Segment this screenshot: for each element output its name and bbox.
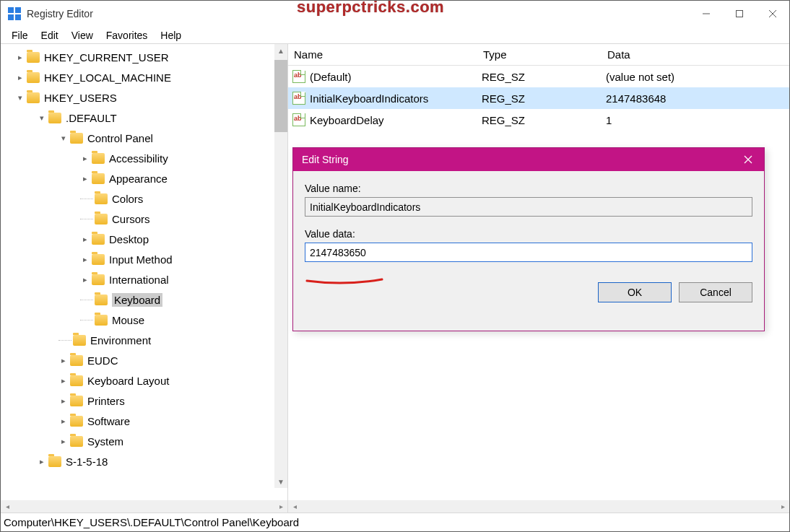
chevron-right-icon[interactable]: ▸ — [15, 72, 25, 82]
folder-icon — [48, 113, 61, 123]
dialog-close-button[interactable] — [732, 148, 764, 171]
string-value-icon: ab — [292, 70, 305, 83]
string-value-icon: ab — [292, 113, 305, 126]
app-title: Registry Editor — [27, 8, 93, 19]
svg-point-4 — [17, 7, 19, 10]
chevron-right-icon[interactable]: ▸ — [58, 396, 69, 406]
value-data-label: Value data: — [305, 228, 752, 240]
chevron-right-icon[interactable]: ▸ — [37, 456, 47, 466]
folder-icon — [48, 456, 61, 467]
value-data: 2147483648 — [606, 92, 789, 105]
tree-node[interactable]: Appearance — [109, 173, 168, 185]
tree-node[interactable]: Software — [87, 415, 130, 427]
folder-icon — [92, 254, 105, 265]
tree-node-control-panel[interactable]: Control Panel — [87, 132, 153, 144]
menu-help[interactable]: Help — [154, 28, 188, 43]
tree-connector — [80, 320, 93, 320]
scroll-right-arrow[interactable]: ▸ — [776, 500, 789, 513]
tree-connector — [80, 199, 93, 199]
scroll-left-arrow[interactable]: ◂ — [288, 500, 301, 513]
svg-rect-3 — [15, 14, 21, 20]
folder-icon — [70, 375, 83, 386]
tree-node-hklm[interactable]: HKEY_LOCAL_MACHINE — [44, 71, 171, 84]
tree-node[interactable]: International — [109, 274, 169, 286]
value-name: InitialKeyboardIndicators — [310, 92, 482, 105]
folder-icon — [27, 52, 40, 63]
tree-node-default[interactable]: .DEFAULT — [66, 112, 117, 124]
chevron-down-icon[interactable]: ▾ — [58, 133, 69, 143]
tree-horizontal-scrollbar[interactable]: ◂ ▸ — [1, 500, 287, 513]
string-value-icon: ab — [292, 92, 305, 105]
chevron-right-icon[interactable]: ▸ — [80, 234, 90, 244]
chevron-right-icon[interactable]: ▸ — [58, 416, 69, 426]
scroll-left-arrow[interactable]: ◂ — [1, 500, 14, 513]
column-header-name[interactable]: Name — [288, 48, 477, 61]
tree-node[interactable]: Cursors — [112, 213, 150, 225]
chevron-right-icon[interactable]: ▸ — [80, 274, 90, 284]
tree-node[interactable]: Colors — [112, 193, 143, 205]
tree-node[interactable]: Printers — [87, 395, 125, 407]
chevron-right-icon[interactable]: ▸ — [58, 436, 69, 446]
scroll-right-arrow[interactable]: ▸ — [274, 500, 287, 513]
chevron-right-icon[interactable]: ▸ — [80, 254, 90, 264]
value-name-label: Value name: — [305, 183, 752, 194]
cancel-button[interactable]: Cancel — [679, 282, 752, 302]
list-row[interactable]: ab KeyboardDelay REG_SZ 1 — [288, 109, 789, 131]
value-data-input[interactable] — [305, 243, 752, 262]
edit-string-dialog: Edit String Value name: Value data: OK C… — [292, 147, 765, 331]
menu-favorites[interactable]: Favorites — [100, 28, 155, 43]
tree-node[interactable]: Desktop — [109, 233, 149, 245]
chevron-right-icon[interactable]: ▸ — [80, 173, 90, 183]
watermark-text: superpctricks.com — [297, 0, 444, 17]
tree-connector — [80, 300, 93, 300]
dialog-titlebar: Edit String — [293, 148, 764, 171]
dialog-body: Value name: Value data: OK Cancel — [293, 171, 764, 313]
chevron-right-icon[interactable]: ▸ — [58, 355, 69, 365]
value-data: 1 — [606, 114, 789, 126]
registry-tree[interactable]: ▲ ▼ ▸HKEY_CURRENT_USER ▸HKEY_LOCAL_MACHI… — [1, 44, 287, 500]
tree-node-hkcu[interactable]: HKEY_CURRENT_USER — [44, 51, 169, 64]
tree-node-hku[interactable]: HKEY_USERS — [44, 92, 117, 104]
minimize-button[interactable] — [690, 3, 723, 25]
value-name-input[interactable] — [305, 197, 752, 217]
list-header: Name Type Data — [288, 44, 789, 66]
menu-file[interactable]: File — [5, 28, 35, 43]
chevron-right-icon[interactable]: ▸ — [58, 375, 69, 385]
value-data: (value not set) — [606, 71, 789, 83]
tree-connector — [80, 219, 93, 219]
value-name: (Default) — [310, 71, 482, 83]
tree-node[interactable]: Accessibility — [109, 152, 168, 165]
close-button[interactable] — [756, 3, 789, 25]
value-type: REG_SZ — [482, 71, 606, 83]
column-header-data[interactable]: Data — [602, 48, 789, 61]
maximize-button[interactable] — [723, 3, 756, 25]
scroll-down-arrow[interactable]: ▼ — [274, 475, 287, 488]
tree-node[interactable]: Input Method — [109, 253, 173, 266]
values-horizontal-scrollbar[interactable]: ◂ ▸ — [288, 500, 789, 513]
tree-node[interactable]: EUDC — [87, 354, 118, 367]
tree-node[interactable]: Mouse — [112, 314, 144, 326]
folder-icon — [27, 72, 40, 83]
svg-rect-2 — [8, 14, 14, 20]
svg-rect-0 — [8, 7, 14, 13]
statusbar-path: Computer\HKEY_USERS\.DEFAULT\Control Pan… — [4, 516, 299, 528]
folder-icon — [92, 153, 105, 164]
chevron-right-icon[interactable]: ▸ — [80, 153, 90, 163]
tree-node[interactable]: Environment — [90, 334, 151, 346]
tree-node[interactable]: S-1-5-18 — [66, 455, 108, 468]
menu-edit[interactable]: Edit — [35, 28, 65, 43]
folder-icon — [70, 436, 83, 447]
list-row[interactable]: ab (Default) REG_SZ (value not set) — [288, 66, 789, 87]
tree-node[interactable]: System — [87, 435, 123, 448]
list-row-selected[interactable]: ab InitialKeyboardIndicators REG_SZ 2147… — [288, 87, 789, 109]
tree-node[interactable]: Keyboard Layout — [87, 375, 169, 387]
menu-view[interactable]: View — [65, 28, 100, 43]
chevron-right-icon[interactable]: ▸ — [15, 52, 25, 62]
column-header-type[interactable]: Type — [477, 48, 602, 61]
chevron-down-icon[interactable]: ▾ — [15, 92, 25, 103]
ok-button[interactable]: OK — [598, 282, 672, 302]
folder-icon — [73, 335, 86, 346]
chevron-down-icon[interactable]: ▾ — [37, 113, 47, 123]
folder-icon — [27, 92, 40, 103]
tree-node-keyboard-selected[interactable]: Keyboard — [112, 293, 162, 307]
